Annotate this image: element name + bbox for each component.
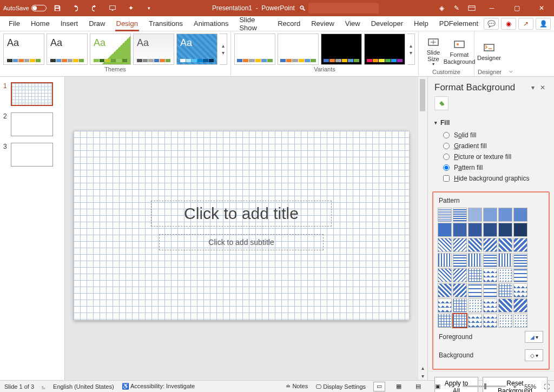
pattern-swatch[interactable]	[498, 253, 512, 267]
variant-thumb[interactable]	[278, 34, 319, 65]
sorter-view-icon[interactable]: ▦	[393, 382, 405, 391]
pattern-swatch[interactable]	[438, 223, 452, 237]
slideshow-view-icon[interactable]: ▣	[432, 382, 444, 391]
tab-file[interactable]: File	[3, 16, 25, 31]
title-placeholder[interactable]: Click to add title	[151, 201, 332, 227]
pattern-swatch[interactable]	[498, 223, 512, 237]
pattern-swatch[interactable]	[453, 283, 467, 297]
language-status[interactable]: English (United States)	[53, 383, 114, 390]
tab-insert[interactable]: Insert	[55, 16, 84, 31]
pattern-swatch[interactable]	[468, 314, 482, 328]
pattern-swatch[interactable]	[453, 223, 467, 237]
tab-view[interactable]: View	[340, 16, 366, 31]
pattern-swatch[interactable]	[513, 314, 527, 328]
ribbon-display-icon[interactable]	[464, 0, 479, 16]
pattern-swatch[interactable]	[438, 208, 452, 222]
tab-pdfelement[interactable]: PDFelement	[434, 16, 484, 31]
account-icon[interactable]: 👤	[536, 18, 551, 30]
pattern-swatch[interactable]	[483, 208, 497, 222]
tab-help[interactable]: Help	[408, 16, 434, 31]
tab-animations[interactable]: Animations	[188, 16, 234, 31]
minimize-button[interactable]: ─	[479, 0, 504, 16]
pattern-swatch[interactable]	[468, 208, 482, 222]
variant-thumb[interactable]	[364, 34, 405, 65]
slide-thumb-1[interactable]: 1	[0, 81, 64, 111]
slide-thumb-3[interactable]: 3	[0, 142, 64, 172]
search-icon[interactable]: 🔍︎	[299, 4, 306, 12]
pattern-swatch[interactable]	[498, 208, 512, 222]
variant-thumb[interactable]	[321, 34, 362, 65]
pattern-swatch[interactable]	[498, 283, 512, 297]
pattern-swatch[interactable]	[483, 298, 497, 313]
pattern-swatch[interactable]	[498, 314, 512, 328]
zoom-slider[interactable]	[463, 386, 506, 387]
pattern-fill-radio[interactable]: Pattern fill	[443, 162, 545, 173]
pattern-swatch[interactable]	[438, 253, 452, 267]
pattern-swatch-selected[interactable]	[453, 314, 467, 328]
accessibility-status[interactable]: ♿ Accessibility: Investigate	[122, 383, 195, 390]
pattern-swatch[interactable]	[468, 253, 482, 267]
pattern-swatch[interactable]	[438, 238, 452, 252]
search-input[interactable]	[308, 3, 379, 14]
gradient-fill-radio[interactable]: Gradient fill	[443, 141, 545, 151]
designer-button[interactable]: Designer	[478, 34, 500, 68]
theme-thumb[interactable]: Aa	[176, 34, 217, 65]
pattern-swatch[interactable]	[483, 283, 497, 297]
collapse-ribbon-button[interactable]: ⌵	[505, 31, 517, 76]
pattern-swatch[interactable]	[513, 268, 527, 282]
normal-view-icon[interactable]: ▭	[373, 382, 385, 391]
fit-to-window-icon[interactable]: ⛶	[544, 383, 550, 390]
comments-icon[interactable]: 💬	[484, 18, 499, 30]
fill-section-header[interactable]: ▾ Fill	[434, 119, 548, 127]
tab-draw[interactable]: Draw	[83, 16, 110, 31]
pattern-swatch[interactable]	[513, 238, 527, 252]
pattern-swatch[interactable]	[498, 268, 512, 282]
pattern-swatch[interactable]	[438, 283, 452, 297]
close-button[interactable]: ✕	[529, 0, 554, 16]
spellcheck-icon[interactable]: ⎁	[42, 383, 45, 390]
pattern-swatch[interactable]	[453, 208, 467, 222]
zoom-out-button[interactable]: −	[451, 383, 454, 390]
undo-icon[interactable]	[68, 0, 83, 16]
scroll-thumb[interactable]	[420, 79, 425, 111]
maximize-button[interactable]: ▢	[504, 0, 529, 16]
zoom-level[interactable]: 55%	[524, 383, 536, 390]
present-icon[interactable]	[105, 0, 120, 16]
tab-record[interactable]: Record	[272, 16, 306, 31]
brush-icon[interactable]: ✎	[449, 0, 464, 16]
pattern-swatch[interactable]	[513, 253, 527, 267]
pattern-swatch[interactable]	[468, 268, 482, 282]
record-icon[interactable]: ◉	[501, 18, 516, 30]
pattern-swatch[interactable]	[438, 268, 452, 282]
scroll-down-icon[interactable]: ▾	[418, 373, 427, 379]
tab-design[interactable]: Design	[111, 16, 143, 31]
fill-tab-icon[interactable]	[434, 96, 449, 110]
slide-thumb-2[interactable]: 2	[0, 111, 64, 142]
tab-review[interactable]: Review	[306, 16, 340, 31]
pattern-swatch[interactable]	[513, 223, 527, 237]
slide-editor[interactable]: Click to add title Click to add subtitle	[65, 77, 418, 380]
variant-thumb[interactable]	[234, 34, 275, 65]
pattern-swatch[interactable]	[513, 208, 527, 222]
tab-developer[interactable]: Developer	[366, 16, 408, 31]
tab-slideshow[interactable]: Slide Show	[234, 16, 272, 31]
theme-thumb[interactable]: Aa	[47, 34, 88, 65]
notes-button[interactable]: ≐ Notes	[286, 383, 308, 390]
zoom-in-button[interactable]: +	[513, 383, 517, 390]
qat-more-icon[interactable]: ▾	[142, 0, 157, 16]
slide-canvas[interactable]: Click to add title Click to add subtitle	[74, 131, 409, 320]
pattern-swatch[interactable]	[438, 314, 452, 328]
pattern-swatch[interactable]	[453, 253, 467, 267]
slide-size-button[interactable]: Slide Size ▾	[422, 34, 445, 68]
themes-more-button[interactable]: ▴▾	[220, 34, 227, 65]
pattern-swatch[interactable]	[498, 238, 512, 252]
format-background-button[interactable]: Format Background	[448, 34, 471, 68]
pattern-swatch[interactable]	[483, 223, 497, 237]
pattern-swatch[interactable]	[483, 238, 497, 252]
theme-thumb[interactable]: Aa	[3, 34, 44, 65]
background-color-button[interactable]: ◇▾	[525, 349, 543, 361]
pattern-swatch[interactable]	[513, 298, 527, 313]
pattern-swatch[interactable]	[468, 238, 482, 252]
pattern-swatch[interactable]	[438, 298, 452, 313]
save-icon[interactable]	[50, 0, 65, 16]
